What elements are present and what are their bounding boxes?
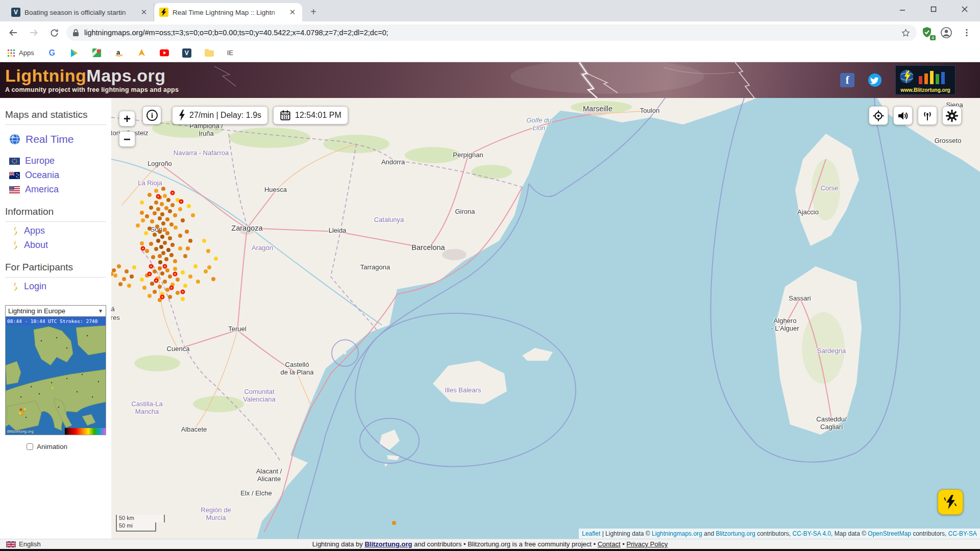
lightning-strike-dot — [188, 274, 192, 279]
sidebar-section-heading: For Participants — [5, 256, 106, 278]
vessel-logo-icon[interactable]: V — [182, 48, 191, 58]
settings-gear-icon[interactable] — [942, 106, 962, 125]
blitzortung-artwork — [899, 68, 952, 84]
footer-link[interactable]: Blitzortung.org — [364, 540, 412, 548]
attribution-link[interactable]: OpenStreetMap — [868, 530, 911, 537]
sidebar-item-apps[interactable]: Apps — [12, 226, 106, 236]
folder-icon[interactable] — [205, 48, 214, 58]
bookmark-star-icon[interactable] — [901, 28, 911, 38]
attribution-link[interactable]: Blitzortung.org — [716, 530, 755, 537]
zoom-out-button[interactable]: − — [119, 131, 135, 147]
sidebar: Maps and statisticsReal TimeEuropeOceani… — [0, 98, 111, 539]
lightning-strike-dot — [185, 230, 189, 234]
lightning-strike-dot — [159, 245, 163, 249]
lightning-strike-dot — [160, 212, 164, 216]
lightning-strike-dot — [176, 278, 180, 282]
sidebar-item-oceania[interactable]: Oceania — [9, 170, 106, 181]
tab-lightning-map[interactable]: Real Time Lightning Map :: Lightn ✕ — [154, 3, 302, 21]
tab-bar: V Boating season is officially startin ✕… — [0, 0, 980, 21]
lightning-strike-dot — [170, 191, 175, 195]
lightning-map[interactable]: MarseilleToulonGolfe du LionSienaGrosset… — [111, 98, 980, 539]
lightning-strike-dot — [178, 246, 182, 251]
lightning-strike-dot — [154, 247, 158, 251]
antenna-icon[interactable] — [918, 106, 937, 125]
google-icon[interactable]: G — [47, 48, 57, 58]
lightning-strike-dot — [186, 246, 190, 251]
us-flag-icon — [9, 186, 20, 193]
attribution-link[interactable]: CC-BY-SA 4.0 — [793, 530, 831, 537]
lightning-strike-dot — [160, 235, 164, 239]
sidebar-item-login[interactable]: Login — [12, 281, 106, 292]
sidebar-item-label: Apps — [24, 226, 45, 236]
sidebar-item-europe[interactable]: Europe — [9, 156, 106, 166]
eu-flag-icon — [9, 158, 20, 165]
oceania-flag-icon — [9, 172, 20, 179]
close-tab-icon[interactable]: ✕ — [139, 8, 149, 17]
google-maps-icon[interactable] — [92, 48, 102, 58]
volume-icon[interactable] — [893, 106, 913, 125]
attribution-link[interactable]: CC-BY-SA — [948, 530, 977, 537]
lightning-strike-dot — [173, 272, 178, 277]
language-selector[interactable]: English — [6, 540, 41, 548]
map-select-dropdown[interactable]: Lightning in Europe ▼ — [5, 305, 106, 317]
minimize-icon[interactable] — [887, 0, 918, 18]
footer-link[interactable]: Privacy Policy — [626, 540, 668, 548]
lightning-strike-dot — [163, 280, 167, 284]
lightning-strike-dot — [158, 266, 162, 270]
amazon-icon[interactable]: a — [115, 48, 124, 58]
url-omnibox[interactable]: lightningmaps.org/#m=oss;t=3;s=0;o=0;b=0… — [66, 24, 917, 41]
footer-link[interactable]: Contact — [598, 540, 621, 548]
sidebar-item-real-time[interactable]: Real Time — [9, 133, 106, 145]
europe-thumbnail[interactable]: 08:44 - 10:44 UTC Strokes: 2740 — [5, 317, 106, 435]
site-logo[interactable]: LightningMaps.org — [5, 67, 179, 84]
close-window-icon[interactable] — [949, 0, 980, 18]
sidebar-item-label: About — [24, 240, 48, 251]
strike-rate-display[interactable]: 27/min | Delay: 1.9s — [172, 106, 268, 124]
lightning-strike-dot — [178, 234, 182, 238]
info-button[interactable]: i — [142, 106, 161, 124]
lightning-strike-dot — [118, 282, 122, 286]
forward-icon[interactable] — [26, 24, 42, 41]
lightning-strike-dot — [392, 521, 396, 525]
lightning-strike-dot — [181, 270, 185, 274]
reload-icon[interactable] — [46, 24, 62, 41]
lightning-strike-dot — [181, 218, 185, 222]
menu-kebab-icon[interactable] — [959, 24, 975, 41]
vessel-favicon: V — [11, 8, 20, 17]
zoom-in-button[interactable]: + — [119, 111, 135, 127]
lightning-strike-dot — [169, 286, 174, 290]
lightning-strike-dot — [179, 199, 184, 204]
sidebar-item-america[interactable]: America — [9, 184, 106, 195]
pointer-icon[interactable] — [137, 48, 146, 58]
locate-icon[interactable] — [869, 106, 888, 125]
close-tab-icon[interactable]: ✕ — [288, 8, 297, 17]
attribution-link[interactable]: Lightningmaps.org — [652, 530, 702, 537]
google-play-icon[interactable] — [70, 48, 79, 58]
lightning-strike-dot — [155, 224, 159, 229]
new-tab-button[interactable]: + — [306, 5, 321, 19]
profile-avatar[interactable] — [938, 24, 954, 41]
facebook-icon[interactable]: f — [840, 73, 854, 87]
youtube-icon[interactable] — [160, 48, 169, 58]
lightning-strike-dot — [163, 194, 167, 198]
animation-checkbox[interactable] — [27, 443, 33, 450]
lightning-strike-dot — [181, 290, 185, 294]
extension-icon[interactable]: 4 — [921, 26, 934, 39]
back-icon[interactable] — [5, 24, 21, 41]
blitzortung-logo[interactable]: www.Blitzortung.org — [895, 65, 955, 95]
lightning-strike-dot — [160, 202, 164, 206]
tab-boating[interactable]: V Boating season is officially startin ✕ — [6, 3, 154, 21]
lightning-sound-button[interactable] — [938, 489, 963, 515]
clock-display[interactable]: 12:54:01 PM — [273, 106, 348, 124]
dropdown-value: Lightning in Europe — [8, 307, 65, 315]
twitter-icon[interactable] — [868, 73, 882, 87]
maximize-icon[interactable] — [918, 0, 949, 18]
ie-bookmark-label[interactable]: IE — [227, 49, 233, 57]
attribution-link[interactable]: Leaflet — [582, 530, 600, 537]
apps-shortcut[interactable]: Apps — [7, 49, 34, 57]
lightning-strike-dot — [188, 239, 192, 243]
sidebar-item-label: Europe — [25, 156, 55, 166]
lightning-strike-dot — [173, 213, 177, 217]
lightning-strike-dot — [127, 284, 131, 288]
sidebar-item-about[interactable]: About — [12, 240, 106, 251]
